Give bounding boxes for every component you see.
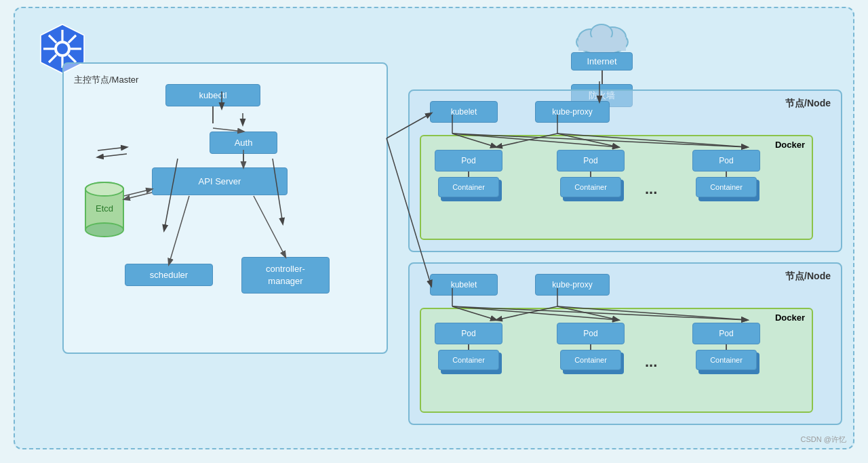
main-diagram: Internet 防火墙 主控节点/Master kubectl Auth AP… bbox=[14, 7, 854, 449]
docker-label-1: Docker bbox=[775, 140, 805, 150]
container-1-3: Container bbox=[696, 177, 757, 197]
dots-2: ... bbox=[645, 353, 657, 371]
dots-1: ... bbox=[645, 180, 657, 198]
cloud-icon bbox=[572, 18, 633, 56]
docker-section-1: Docker Pod Container Pod Container bbox=[420, 135, 813, 240]
master-section: 主控节点/Master kubectl Auth API Server Etcd bbox=[62, 62, 388, 354]
watermark: CSDN @许忆 bbox=[801, 435, 846, 445]
pod-group-1-1: Pod Container bbox=[435, 150, 502, 197]
node-section-2: 节点/Node kubelet kube-proxy Docker Pod Co… bbox=[408, 262, 842, 425]
scheduler-box: scheduler bbox=[125, 264, 213, 286]
kube-proxy-1: kube-proxy bbox=[535, 101, 610, 123]
controller-manager-box: controller- manager bbox=[241, 257, 330, 294]
pod-group-1-2: Pod Container bbox=[557, 150, 625, 197]
pod-1-1: Pod bbox=[435, 150, 502, 172]
etcd-container: Etcd bbox=[83, 179, 127, 240]
svg-rect-15 bbox=[578, 37, 626, 51]
svg-point-20 bbox=[85, 223, 123, 237]
svg-line-26 bbox=[124, 193, 152, 199]
pod-group-1-3: Pod Container bbox=[692, 150, 760, 197]
kubelet-1: kubelet bbox=[430, 101, 498, 123]
container-1-2: Container bbox=[560, 177, 621, 197]
pod-group-2-1: Pod Container bbox=[435, 323, 502, 370]
pod-group-2-2: Pod Container bbox=[557, 323, 625, 370]
auth-box: Auth bbox=[210, 132, 277, 154]
svg-point-2 bbox=[57, 43, 68, 54]
node-label-1: 节点/Node bbox=[785, 98, 831, 110]
pod-2-2: Pod bbox=[557, 323, 625, 344]
kubelet-2: kubelet bbox=[430, 274, 498, 296]
svg-line-25 bbox=[124, 189, 152, 196]
svg-point-21 bbox=[85, 182, 123, 196]
node-label-2: 节点/Node bbox=[785, 270, 831, 283]
internet-label: Internet bbox=[571, 52, 632, 71]
kubectl-box: kubectl bbox=[165, 84, 260, 106]
container-1-1: Container bbox=[438, 177, 499, 197]
pod-1-3: Pod bbox=[692, 150, 760, 172]
etcd-cylinder: Etcd bbox=[83, 179, 127, 240]
kube-proxy-2: kube-proxy bbox=[535, 274, 610, 296]
node-section-1: 节点/Node kubelet kube-proxy Docker Pod Co… bbox=[408, 89, 842, 252]
svg-line-28 bbox=[254, 196, 285, 257]
docker-section-2: Docker Pod Container Pod Container bbox=[420, 308, 813, 413]
container-2-3: Container bbox=[696, 350, 757, 370]
container-2-1: Container bbox=[438, 350, 499, 370]
pod-2-3: Pod bbox=[692, 323, 760, 344]
pod-1-2: Pod bbox=[557, 150, 625, 172]
pod-2-1: Pod bbox=[435, 323, 502, 344]
api-server-box: API Server bbox=[152, 167, 288, 195]
svg-text:Etcd: Etcd bbox=[96, 203, 113, 214]
svg-line-27 bbox=[169, 196, 189, 264]
docker-label-2: Docker bbox=[775, 313, 805, 323]
container-2-2: Container bbox=[560, 350, 621, 370]
pod-group-2-3: Pod Container bbox=[692, 323, 760, 370]
